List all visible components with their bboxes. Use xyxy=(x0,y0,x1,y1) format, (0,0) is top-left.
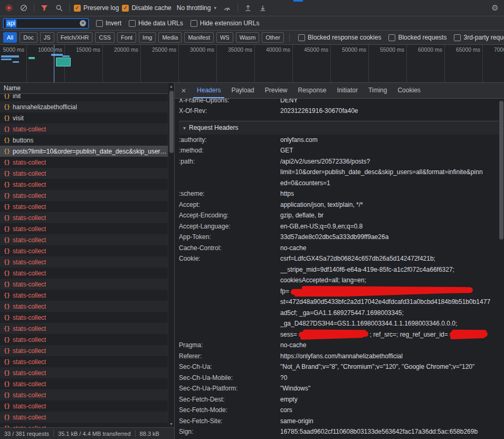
scroll-up-icon[interactable]: ▲ xyxy=(169,83,173,90)
filter-checkbox-blocked-requests[interactable]: Blocked requests xyxy=(388,34,446,41)
disable-cache-checkbox[interactable]: Disable cache xyxy=(122,4,171,12)
preserve-log-checkbox[interactable]: Preserve log xyxy=(74,4,119,12)
type-filter-js[interactable]: JS xyxy=(40,32,54,43)
request-row[interactable]: {}stats-collect xyxy=(0,412,168,423)
request-row[interactable]: {}stats-collect xyxy=(0,245,168,256)
tab-timing[interactable]: Timing xyxy=(365,83,391,98)
file-type-icon: {} xyxy=(4,182,10,187)
request-row[interactable]: {}stats-collect xyxy=(0,223,168,234)
filter-input[interactable]: api ✕ xyxy=(3,18,89,28)
settings-gear-icon[interactable]: ⚙ xyxy=(489,2,501,14)
tab-response[interactable]: Response xyxy=(294,83,330,98)
time-label: 30000 ms xyxy=(182,46,214,53)
tab-preview[interactable]: Preview xyxy=(261,83,291,98)
request-row[interactable]: {}stats-collect xyxy=(0,367,168,378)
header-value-line: application/json, text/plain, */* xyxy=(280,199,499,211)
request-row[interactable]: {}init xyxy=(0,94,168,101)
invert-checkbox[interactable]: Invert xyxy=(96,20,121,27)
request-row[interactable]: {}stats-collect xyxy=(0,279,168,290)
search-icon xyxy=(55,4,63,12)
request-name: stats-collect xyxy=(13,314,46,321)
request-row[interactable]: {}stats-collect xyxy=(0,323,168,334)
hide-data-urls-checkbox[interactable]: Hide data URLs xyxy=(129,20,183,27)
scrollbar-thumb[interactable] xyxy=(169,91,174,153)
type-filter-wasm[interactable]: Wasm xyxy=(236,32,260,43)
type-filter-other[interactable]: Other xyxy=(262,32,284,43)
request-row[interactable]: {}stats-collect xyxy=(0,212,168,223)
throttling-select[interactable]: No throttling ▾ xyxy=(175,3,218,13)
search-button[interactable] xyxy=(53,2,65,14)
details-scrollbar[interactable] xyxy=(499,99,504,439)
scroll-down-icon[interactable]: ▼ xyxy=(169,421,173,427)
block-icon xyxy=(20,4,27,12)
request-row[interactable]: {}stats-collect xyxy=(0,168,168,179)
filter-checkbox-blocked-response-cookies[interactable]: Blocked response cookies xyxy=(298,34,381,41)
type-filter-font[interactable]: Font xyxy=(117,32,136,43)
header-value-line: empty xyxy=(280,394,499,405)
request-row[interactable]: {}stats-collect xyxy=(0,123,168,135)
request-row[interactable]: {}stats-collect xyxy=(0,290,168,301)
request-row[interactable]: {}stats-collect xyxy=(0,312,168,323)
request-row[interactable]: {}visit xyxy=(0,112,168,123)
timeline-overview[interactable]: 5000 ms10000 ms15000 ms20000 ms25000 ms3… xyxy=(0,45,504,83)
request-row[interactable]: {}stats-collect xyxy=(0,389,168,400)
header-value: csrf=LdfcGX4Sa72db06824c657db26a5d142472… xyxy=(280,253,499,340)
import-har-button[interactable] xyxy=(242,2,254,14)
close-details-button[interactable]: ✕ xyxy=(176,87,192,94)
request-headers-section[interactable]: ▾Request Headers xyxy=(179,121,499,135)
header-value: ?0 xyxy=(280,373,499,384)
header-value-line: ad5cf; _ga=GA1.1.689275447.1698003345; xyxy=(280,308,499,319)
type-filter-all[interactable]: All xyxy=(3,32,17,43)
tab-initiator[interactable]: Initiator xyxy=(334,83,362,98)
header-value: https://onlyfans.com/hannahelizabethoffi… xyxy=(280,351,499,362)
type-filter-doc[interactable]: Doc xyxy=(20,32,37,43)
request-row[interactable]: {}hannahelizabethofficial xyxy=(0,101,168,112)
gridline xyxy=(482,45,483,82)
tab-cookies[interactable]: Cookies xyxy=(394,83,424,98)
request-row[interactable]: {}stats-collect xyxy=(0,157,168,168)
request-row[interactable]: {}stats-collect xyxy=(0,400,168,412)
request-row[interactable]: {}stats-collect xyxy=(0,190,168,201)
filter-checkbox-3rd-party-requests[interactable]: 3rd-party requests xyxy=(454,34,504,41)
request-row[interactable]: {}stats-collect xyxy=(0,301,168,312)
request-row[interactable]: {}stats-collect xyxy=(0,356,168,367)
tab-headers[interactable]: Headers xyxy=(193,83,224,98)
request-row[interactable]: {}stats-collect xyxy=(0,201,168,212)
network-conditions-button[interactable] xyxy=(222,2,233,14)
checkbox-icon xyxy=(191,20,197,27)
scrollbar-thumb[interactable] xyxy=(499,101,503,240)
request-row[interactable]: {}stats-collect xyxy=(0,334,168,345)
request-row[interactable]: {}stats-collect xyxy=(0,345,168,356)
export-har-button[interactable] xyxy=(257,2,269,14)
type-filter-media[interactable]: Media xyxy=(158,32,182,43)
type-filter-manifest[interactable]: Manifest xyxy=(184,32,214,43)
request-row[interactable]: {}posts?limit=10&order=publish_date_desc… xyxy=(0,146,168,157)
type-filter-css[interactable]: CSS xyxy=(95,32,115,43)
checkbox-checked-icon xyxy=(74,5,81,12)
request-row[interactable]: {}stats-collect xyxy=(0,234,168,245)
header-name: Pragma: xyxy=(179,340,280,351)
clear-filter-icon[interactable]: ✕ xyxy=(80,20,86,26)
header-name: Accept-Language: xyxy=(179,221,280,232)
hide-extension-urls-checkbox[interactable]: Hide extension URLs xyxy=(191,20,260,27)
request-row[interactable]: {}stats-collect xyxy=(0,256,168,268)
request-row[interactable]: {}stats-collect xyxy=(0,179,168,190)
header-value: /api2/v2/users/20572336/posts?limit=10&o… xyxy=(280,156,499,189)
type-filter-fetch-xhr[interactable]: Fetch/XHR xyxy=(57,32,93,43)
request-row[interactable]: {}stats-collect xyxy=(0,423,168,427)
filter-button[interactable] xyxy=(39,2,50,14)
requests-scrollbar[interactable]: ▲ ▼ xyxy=(168,83,174,427)
request-row[interactable]: {}stats-collect xyxy=(0,378,168,389)
request-row[interactable]: {}stats-collect xyxy=(0,268,168,279)
tab-payload[interactable]: Payload xyxy=(227,83,258,98)
header-name: :method: xyxy=(179,145,280,156)
header-row: Cache-Control:no-cache xyxy=(179,243,499,254)
type-filter-img[interactable]: Img xyxy=(139,32,156,43)
header-name: Sec-Ch-Ua: xyxy=(179,361,280,373)
record-button[interactable] xyxy=(3,2,15,14)
type-filter-ws[interactable]: WS xyxy=(216,32,233,43)
request-row[interactable]: {}buttons xyxy=(0,135,168,146)
request-name: stats-collect xyxy=(13,347,46,355)
name-column-header[interactable]: Name xyxy=(0,83,174,94)
clear-network-log-button[interactable] xyxy=(18,2,30,14)
